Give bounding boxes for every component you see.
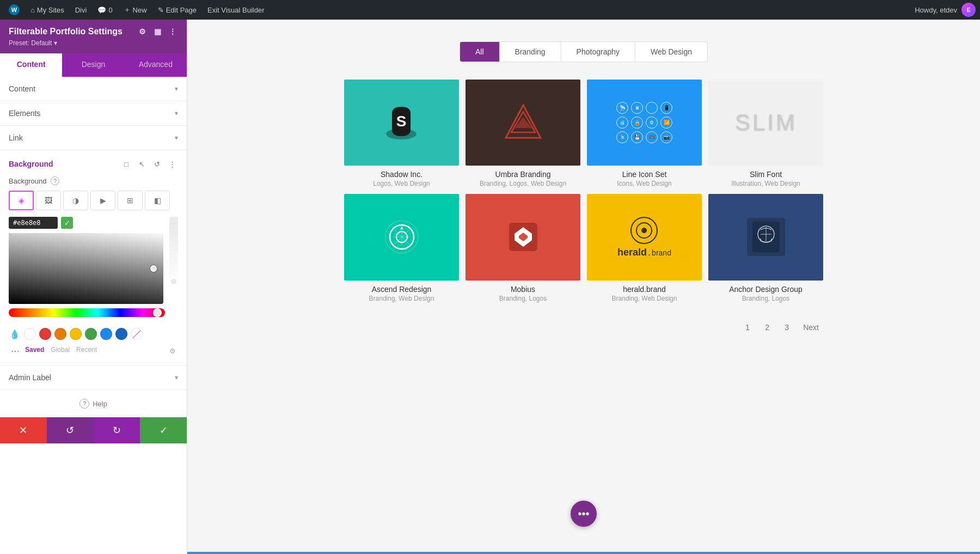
color-fill-icon: ◈ (19, 196, 24, 205)
content-section-title: Content (9, 84, 35, 93)
bg-cursor-icon[interactable]: ↖ (136, 158, 148, 170)
portfolio-thumb-line-icon: 📡 🖥 🌐 📱 🖨 🔒 ⚙ 📶 🖱 💾 🎮 📷 (587, 80, 702, 166)
swatch-settings-icon[interactable]: ⚙ (167, 345, 178, 356)
admin-label-header[interactable]: Admin Label ▾ (9, 373, 178, 382)
portfolio-thumb-anchor (708, 194, 823, 280)
portfolio-item-umbra[interactable]: Umbra Branding Branding, Logos, Web Desi… (465, 80, 580, 187)
bg-reset-icon[interactable]: ↺ (151, 158, 163, 170)
content-area: All Branding Photography Web Design S (187, 20, 980, 554)
panel-header: Filterable Portfolio Settings ⚙ ▦ ⋮ Pres… (0, 20, 187, 53)
content-section-header[interactable]: Content ▾ (9, 84, 178, 93)
icon-cell: 🖱 (616, 131, 628, 143)
filter-tab-all[interactable]: All (460, 42, 500, 62)
bg-type-image-btn[interactable]: 🖼 (36, 191, 61, 210)
alpha-bar[interactable] (169, 217, 178, 288)
bg-type-video-btn[interactable]: ▶ (90, 191, 115, 210)
admin-label-chevron-icon: ▾ (175, 374, 178, 381)
portfolio-item-shadow-inc[interactable]: S Shadow Inc. Logos, Web Design (344, 80, 459, 187)
new-button[interactable]: ＋ New (119, 3, 151, 17)
portfolio-item-herald[interactable]: herald . brand herald.brand Branding, We… (587, 194, 702, 302)
swatch-tab-global[interactable]: Global (51, 346, 70, 354)
bg-type-color-btn[interactable]: ◈ (9, 191, 34, 210)
undo-button[interactable]: ↺ (47, 417, 94, 443)
admin-label-section: Admin Label ▾ (0, 366, 187, 390)
swatch-yellow[interactable] (70, 328, 82, 340)
page-3-button[interactable]: 3 (779, 320, 794, 335)
swatch-tab-saved[interactable]: Saved (25, 346, 44, 354)
swatch-white[interactable] (24, 328, 36, 340)
menu-icon[interactable]: ⋮ (167, 26, 178, 37)
redo-button[interactable]: ↻ (94, 417, 140, 443)
link-section-header[interactable]: Link ▾ (9, 133, 178, 142)
bg-type-gradient-btn[interactable]: ◑ (63, 191, 88, 210)
edit-page-button[interactable]: ✎ Edit Page (154, 4, 201, 16)
wp-logo-button[interactable]: W (4, 2, 24, 17)
plus-icon: ＋ (124, 5, 131, 15)
elements-section-header[interactable]: Elements ▾ (9, 109, 178, 118)
hue-slider[interactable] (9, 308, 165, 317)
my-sites-button[interactable]: ⌂ My Sites (26, 4, 69, 16)
avatar[interactable]: E (961, 3, 976, 17)
tab-content[interactable]: Content (0, 53, 62, 77)
help-section: ? Help (0, 390, 187, 417)
bg-type-buttons: ◈ 🖼 ◑ ▶ ⊞ ◧ (9, 191, 178, 210)
svg-point-11 (641, 228, 647, 233)
bg-more-icon[interactable]: ⋮ (166, 158, 178, 170)
cancel-button[interactable]: ✕ (0, 417, 47, 443)
color-swatches-row: 💧 (9, 328, 178, 340)
portfolio-name-line-icon: Line Icon Set (587, 170, 702, 179)
help-button[interactable]: ? Help (79, 399, 107, 409)
filter-tab-branding[interactable]: Branding (500, 42, 561, 62)
color-confirm-button[interactable]: ✓ (61, 217, 73, 229)
filter-tab-web-design[interactable]: Web Design (635, 42, 707, 62)
swatch-dark-blue[interactable] (115, 328, 127, 340)
comments-button[interactable]: 💬 0 (93, 4, 117, 16)
page-2-button[interactable]: 2 (759, 320, 775, 335)
tab-advanced[interactable]: Advanced (125, 53, 187, 77)
preset-selector[interactable]: Preset: Default ▾ (9, 39, 178, 47)
portfolio-item-slim-font[interactable]: SLIM Slim Font Illustration, Web Design (708, 80, 823, 187)
link-section-title: Link (9, 133, 23, 142)
bg-type-mask-btn[interactable]: ◧ (145, 191, 170, 210)
umbra-logo (501, 101, 545, 144)
portfolio-item-mobius[interactable]: Mobius Branding, Logos (465, 194, 580, 302)
save-button[interactable]: ✓ (140, 417, 187, 443)
swatch-red[interactable] (39, 328, 51, 340)
portfolio-item-anchor[interactable]: Anchor Design Group Branding, Logos (708, 194, 823, 302)
next-page-button[interactable]: Next (799, 321, 823, 334)
swatch-orange[interactable] (54, 328, 66, 340)
filter-tab-photography[interactable]: Photography (561, 42, 635, 62)
svg-text:S: S (396, 113, 407, 130)
grid-icon[interactable]: ▦ (152, 26, 163, 37)
bg-help-icon[interactable]: ? (51, 176, 59, 185)
swatch-blue[interactable] (100, 328, 112, 340)
content-chevron-icon: ▾ (175, 85, 178, 93)
portfolio-tags-slim-font: Illustration, Web Design (708, 180, 823, 187)
page-1-button[interactable]: 1 (740, 320, 755, 335)
color-gradient-picker[interactable] (9, 233, 163, 304)
tab-design[interactable]: Design (62, 53, 124, 77)
ascend-logo (383, 218, 421, 256)
elements-section: Elements ▾ (0, 101, 187, 126)
swatch-more-icon[interactable]: ⋯ (9, 344, 22, 357)
portfolio-item-line-icon[interactable]: 📡 🖥 🌐 📱 🖨 🔒 ⚙ 📶 🖱 💾 🎮 📷 Line (587, 80, 702, 187)
image-icon: 🖼 (45, 196, 52, 205)
settings-icon[interactable]: ⚙ (137, 26, 148, 37)
undo-icon: ↺ (66, 424, 74, 436)
exit-visual-builder-button[interactable]: Exit Visual Builder (203, 4, 269, 16)
divi-button[interactable]: Divi (71, 4, 91, 16)
icon-cell: 💾 (631, 131, 643, 143)
portfolio-item-ascend[interactable]: Ascend Redesign Branding, Web Design (344, 194, 459, 302)
swatch-tab-recent[interactable]: Recent (76, 346, 97, 354)
swatch-clear[interactable] (131, 328, 143, 340)
bg-type-pattern-btn[interactable]: ⊞ (118, 191, 143, 210)
panel-tabs: Content Design Advanced (0, 53, 187, 77)
color-hex-input[interactable] (9, 217, 58, 229)
purple-dot-button[interactable]: ••• (571, 501, 597, 527)
icon-cell: 📶 (660, 117, 672, 129)
swatch-green[interactable] (85, 328, 97, 340)
bg-device-icon[interactable]: □ (120, 158, 132, 170)
portfolio-tags-herald: Branding, Web Design (587, 295, 702, 302)
eyedropper-icon[interactable]: 💧 (9, 328, 21, 340)
slim-font-text: SLIM (734, 109, 797, 136)
